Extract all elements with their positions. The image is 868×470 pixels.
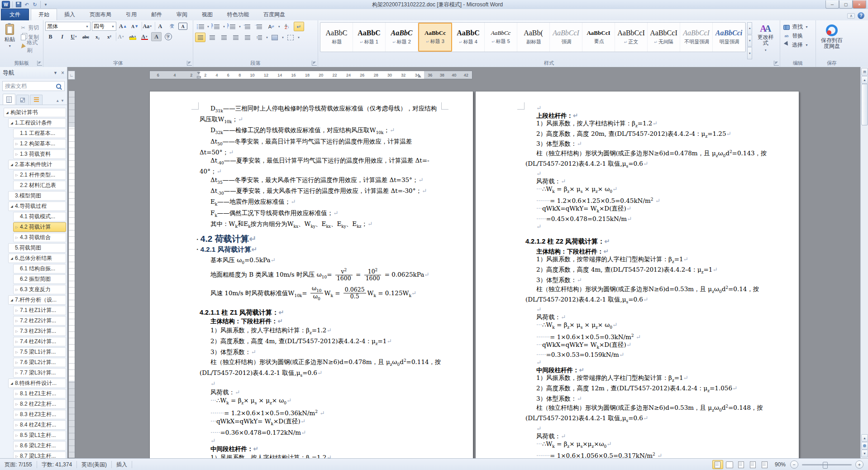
ribbon-tab[interactable]: 特色功能 xyxy=(220,9,256,20)
ribbon-tab[interactable]: 邮件 xyxy=(144,9,169,20)
replace-button[interactable]: ab替换 xyxy=(782,32,810,40)
word-app-icon[interactable]: W xyxy=(2,1,10,8)
character-border-button[interactable]: A xyxy=(178,23,187,30)
expand-collapse-icon[interactable] xyxy=(14,392,20,396)
expand-collapse-icon[interactable] xyxy=(14,444,20,448)
heading-item[interactable]: 6.1 结构自振... xyxy=(13,264,66,273)
line-spacing-button[interactable]: ↕ xyxy=(254,33,264,42)
heading-item[interactable]: 2.基本构件统计 xyxy=(8,160,66,169)
styles-dialog-launcher-icon[interactable] xyxy=(774,61,779,66)
help-icon[interactable]: ? xyxy=(858,12,864,19)
gallery-down-icon[interactable]: ▼ xyxy=(747,35,752,47)
underline-button[interactable]: U▼ xyxy=(69,32,79,41)
heading-item[interactable]: 8.5 梁L1主杆... xyxy=(13,431,66,440)
text-effects-button[interactable]: A▼ xyxy=(116,32,126,41)
change-case-button[interactable]: Aa▼ xyxy=(142,22,154,31)
web-layout-button[interactable] xyxy=(736,460,747,469)
style-item[interactable]: AaBbC 标题 xyxy=(320,23,353,52)
heading-item[interactable]: 8.2 柱Z2主杆... xyxy=(13,399,66,409)
sort-button[interactable]: AZ↓ xyxy=(282,22,292,31)
style-item[interactable]: AaBbCcI 不明显强调 xyxy=(680,23,713,52)
expand-collapse-icon[interactable] xyxy=(14,309,20,312)
heading-item[interactable]: 1.1 工程基本... xyxy=(13,129,66,138)
heading-item[interactable]: 4.导荷载过程 xyxy=(8,201,66,211)
zoom-out-button[interactable]: − xyxy=(790,460,798,469)
full-screen-reading-button[interactable] xyxy=(724,460,735,469)
heading-item[interactable]: 4.1 荷载模式... xyxy=(13,212,66,221)
expand-collapse-icon[interactable] xyxy=(14,330,20,333)
save-to-baidu-button[interactable]: 保存到百度网盘 xyxy=(818,22,846,59)
heading-item[interactable]: 8.6 梁L2主杆... xyxy=(13,441,66,451)
clear-formatting-button[interactable]: A xyxy=(155,22,165,31)
cut-button[interactable]: ✂剪切 xyxy=(19,23,41,32)
style-item[interactable]: AaBbCcI 强调 xyxy=(550,23,582,52)
expand-collapse-icon[interactable] xyxy=(9,205,15,208)
gallery-more-icon[interactable]: ▼ xyxy=(747,47,752,59)
enclose-characters-button[interactable]: 字 xyxy=(163,32,173,41)
heading-item[interactable]: 1.工程设计条件 xyxy=(8,118,66,128)
phonetic-guide-button[interactable]: 变 xyxy=(167,22,177,31)
heading-item[interactable]: 1.2 构架基本... xyxy=(13,139,66,149)
ribbon-tab[interactable]: 文件 xyxy=(1,9,29,20)
previous-page-icon[interactable]: ▲ xyxy=(861,434,868,442)
expand-collapse-icon[interactable] xyxy=(14,403,20,406)
heading-item[interactable]: 6.3 支座反力 xyxy=(13,285,66,294)
nav-close-icon[interactable]: × xyxy=(61,70,64,76)
align-right-button[interactable] xyxy=(219,33,229,42)
scroll-up-icon[interactable]: ▲ xyxy=(861,76,868,84)
gallery-up-icon[interactable]: ▲ xyxy=(747,22,752,34)
bullets-button[interactable] xyxy=(195,22,205,31)
clipboard-dialog-launcher-icon[interactable] xyxy=(37,61,42,66)
next-heading-icon[interactable]: ▼ xyxy=(61,99,64,103)
heading-item[interactable]: 7.2 柱Z2计算... xyxy=(13,316,66,326)
change-styles-button[interactable]: AA 更改样式 ▼ xyxy=(753,21,778,59)
expand-collapse-icon[interactable] xyxy=(14,350,20,354)
undo-button[interactable]: ↶ xyxy=(23,1,30,8)
font-color-button[interactable]: A▼ xyxy=(139,32,150,41)
decrease-indent-button[interactable] xyxy=(243,22,253,31)
show-formatting-marks-button[interactable]: ↵ xyxy=(294,22,304,31)
ribbon-tab[interactable]: 插入 xyxy=(57,9,82,20)
heading-item[interactable]: 2.1 杆件类型... xyxy=(13,170,66,180)
paste-dropdown-icon[interactable]: ▼ xyxy=(8,44,11,48)
heading-item[interactable]: 1.3 荷载资料 xyxy=(13,149,66,159)
expand-collapse-icon[interactable] xyxy=(9,257,15,260)
horizontal-ruler[interactable]: 642 246810121416182022242628303234 36384… xyxy=(149,71,472,79)
zoom-in-button[interactable]: + xyxy=(855,460,863,469)
zoom-level[interactable]: 90% xyxy=(771,461,789,468)
page-indicator[interactable]: 页面: 7/155 xyxy=(0,461,37,468)
highlight-color-button[interactable]: ab▼ xyxy=(128,32,138,41)
expand-collapse-icon[interactable] xyxy=(14,236,20,240)
style-item[interactable]: AaBbC ↵标题 2 xyxy=(386,23,418,52)
ribbon-tab[interactable]: 百度网盘 xyxy=(256,9,292,20)
heading-item[interactable]: 7.1 柱Z1计算... xyxy=(13,306,66,315)
expand-collapse-icon[interactable] xyxy=(14,434,20,437)
strikethrough-button[interactable]: abc xyxy=(81,32,91,41)
expand-collapse-icon[interactable] xyxy=(14,153,20,156)
browse-results-tab[interactable] xyxy=(30,95,43,105)
document-page-right[interactable]: ↵上段柱杆件：↵1）风振系数，按人字柱结构计算：βz=1.2↵2）高度系数，高度… xyxy=(475,91,799,458)
expand-collapse-icon[interactable] xyxy=(14,423,20,427)
ribbon-tab[interactable]: 页面布局 xyxy=(82,9,119,20)
font-name-select[interactable]: 黑体▼ xyxy=(45,22,91,31)
expand-collapse-icon[interactable] xyxy=(14,288,20,292)
expand-collapse-icon[interactable] xyxy=(9,298,15,302)
format-painter-button[interactable]: 格式刷 xyxy=(19,42,41,51)
character-shading-button[interactable]: A xyxy=(151,32,162,41)
heading-item[interactable]: 7.6 梁L2计算... xyxy=(13,358,66,367)
expand-collapse-icon[interactable] xyxy=(9,163,15,167)
style-item[interactable]: AaBbC ↵标题 1 xyxy=(353,23,386,52)
heading-item[interactable]: 7.杆件分析（设... xyxy=(8,295,66,305)
word-count[interactable]: 字数: 41,374 xyxy=(37,461,77,468)
search-icon[interactable] xyxy=(56,84,61,89)
document-page-left[interactable]: D31k——三相同时上人停电检修时的导线荷载效应标准值（仅考虑母线），对应结构风… xyxy=(149,91,473,458)
heading-item[interactable]: 8.7 梁L3主杆... xyxy=(13,451,66,458)
scrollbar-thumb[interactable] xyxy=(861,84,868,125)
heading-item[interactable]: 4.2 荷载计算 xyxy=(13,222,66,232)
qat-customize-button[interactable]: ▼ xyxy=(40,1,49,8)
redo-button[interactable]: ↻ xyxy=(31,1,38,8)
distribute-button[interactable] xyxy=(242,33,253,42)
browse-headings-tab[interactable] xyxy=(3,94,15,105)
grow-font-button[interactable]: A▲ xyxy=(118,22,129,31)
select-browse-object-icon[interactable] xyxy=(861,442,868,450)
